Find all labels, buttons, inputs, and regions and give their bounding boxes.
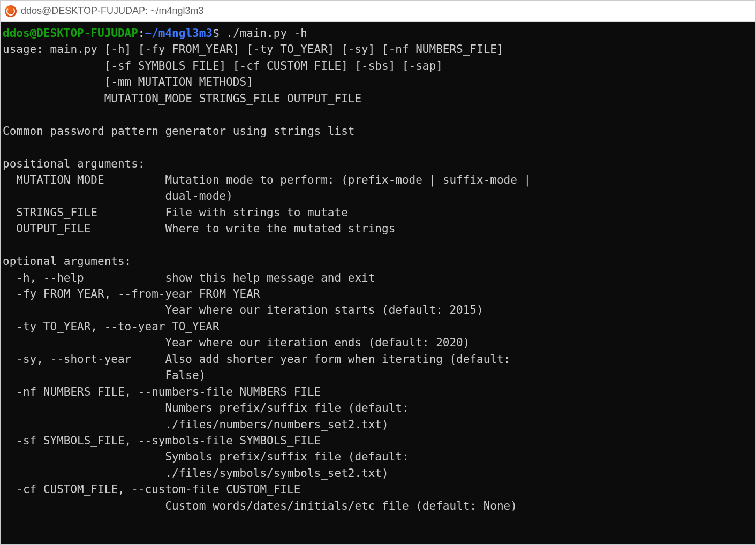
output-line: Numbers prefix/suffix file (default:	[3, 402, 409, 414]
output-line: [-sf SYMBOLS_FILE] [-cf CUSTOM_FILE] [-s…	[3, 59, 443, 72]
output-line: optional arguments:	[3, 255, 131, 268]
output-line: -cf CUSTOM_FILE, --custom-file CUSTOM_FI…	[3, 483, 300, 496]
output-line: -sy, --short-year Also add shorter year …	[3, 353, 510, 366]
output-line: Year where our iteration starts (default…	[3, 304, 483, 316]
ubuntu-icon	[5, 5, 17, 17]
output-line: OUTPUT_FILE Where to write the mutated s…	[3, 222, 395, 235]
terminal-window: ddos@DESKTOP-FUJUDAP: ~/m4ngl3m3 ddos@DE…	[0, 0, 756, 545]
terminal-viewport[interactable]: ddos@DESKTOP-FUJUDAP:~/m4ngl3m3$ ./main.…	[1, 22, 755, 544]
prompt-userhost: ddos@DESKTOP-FUJUDAP	[3, 27, 138, 40]
output-line: False)	[3, 369, 206, 382]
titlebar[interactable]: ddos@DESKTOP-FUJUDAP: ~/m4ngl3m3	[1, 1, 755, 22]
output-line: Symbols prefix/suffix file (default:	[3, 450, 409, 463]
output-line: [-mm MUTATION_METHODS]	[3, 75, 253, 88]
output-line: usage: main.py [-h] [-fy FROM_YEAR] [-ty…	[3, 43, 504, 56]
command-text: ./main.py -h	[226, 27, 307, 40]
output-line: Common password pattern generator using …	[3, 125, 354, 138]
prompt-dollar: $	[213, 27, 226, 40]
output-line: ./files/symbols/symbols_set2.txt)	[3, 467, 389, 480]
output-line: -ty TO_YEAR, --to-year TO_YEAR	[3, 320, 220, 333]
output-line: MUTATION_MODE STRINGS_FILE OUTPUT_FILE	[3, 92, 361, 105]
window-title: ddos@DESKTOP-FUJUDAP: ~/m4ngl3m3	[21, 5, 204, 17]
output-line: -sf SYMBOLS_FILE, --symbols-file SYMBOLS…	[3, 434, 321, 447]
prompt-path: ~/m4ngl3m3	[145, 27, 213, 40]
output-line: dual-mode)	[3, 190, 233, 202]
output-line: -h, --help show this help message and ex…	[3, 271, 375, 284]
output-line: -fy FROM_YEAR, --from-year FROM_YEAR	[3, 287, 260, 300]
output-line: ./files/numbers/numbers_set2.txt)	[3, 418, 389, 431]
output-line: Year where our iteration ends (default: …	[3, 336, 470, 349]
output-line: MUTATION_MODE Mutation mode to perform: …	[3, 173, 531, 186]
output-line: STRINGS_FILE File with strings to mutate	[3, 206, 348, 219]
output-line: positional arguments:	[3, 157, 145, 170]
output-line: Custom words/dates/initials/etc file (de…	[3, 499, 517, 512]
output-line: -nf NUMBERS_FILE, --numbers-file NUMBERS…	[3, 385, 321, 398]
prompt-sep: :	[138, 27, 145, 40]
